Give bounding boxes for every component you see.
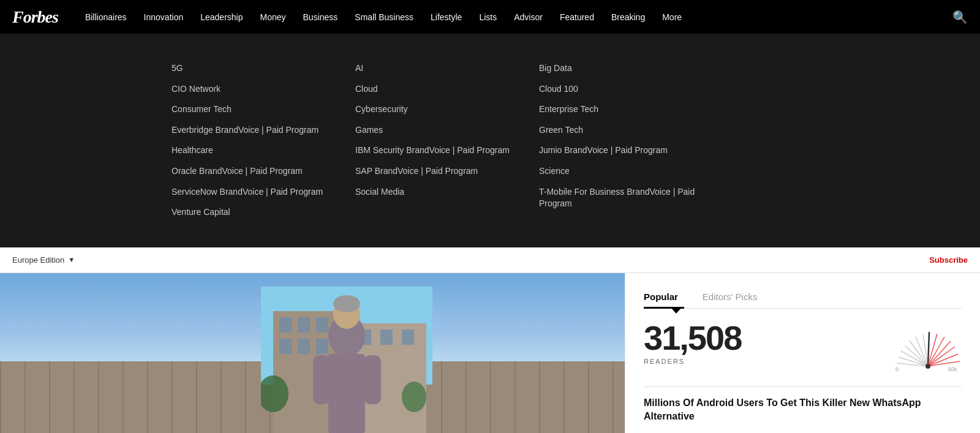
menu-item-ai[interactable]: AI bbox=[355, 58, 539, 79]
menu-item-cloud[interactable]: Cloud bbox=[355, 79, 539, 100]
svg-rect-7 bbox=[298, 339, 310, 354]
svg-rect-11 bbox=[402, 329, 414, 345]
svg-rect-3 bbox=[279, 317, 292, 333]
menu-item-social-media[interactable]: Social Media bbox=[355, 182, 539, 203]
menu-item-jumio[interactable]: Jumio BrandVoice | Paid Program bbox=[539, 140, 723, 161]
nav-item-business[interactable]: Business bbox=[295, 12, 347, 22]
nav-item-breaking[interactable]: Breaking bbox=[603, 12, 654, 22]
menu-item-enterprise-tech[interactable]: Enterprise Tech bbox=[539, 99, 723, 120]
nav-item-small-business[interactable]: Small Business bbox=[346, 12, 422, 22]
menu-item-cybersecurity[interactable]: Cybersecurity bbox=[355, 99, 539, 120]
gauge-lines bbox=[897, 333, 960, 366]
menu-item-cloud100[interactable]: Cloud 100 bbox=[539, 79, 723, 100]
tab-arrow-icon bbox=[671, 308, 681, 314]
nav-item-lifestyle[interactable]: Lifestyle bbox=[422, 12, 470, 22]
nav-item-featured[interactable]: Featured bbox=[551, 12, 603, 22]
nav-item-money[interactable]: Money bbox=[252, 12, 295, 22]
svg-rect-5 bbox=[316, 317, 328, 333]
reader-label: READERS bbox=[644, 358, 894, 365]
svg-rect-6 bbox=[279, 339, 292, 354]
nav-item-more[interactable]: More bbox=[654, 12, 690, 22]
hero-image bbox=[0, 273, 625, 433]
menu-item-servicenow[interactable]: ServiceNow BrandVoice | Paid Program bbox=[172, 182, 355, 203]
menu-item-tmobile[interactable]: T-Mobile For Business BrandVoice | Paid … bbox=[539, 182, 723, 214]
svg-line-29 bbox=[928, 337, 944, 366]
nav-item-lists[interactable]: Lists bbox=[470, 12, 505, 22]
count-area: 31,508 READERS bbox=[644, 321, 894, 377]
menu-item-games[interactable]: Games bbox=[355, 120, 539, 141]
menu-item-green-tech[interactable]: Green Tech bbox=[539, 120, 723, 141]
gauge-chart: 0 60k bbox=[894, 323, 962, 375]
main-content: Popular Editors' Picks 31,508 READERS bbox=[0, 273, 980, 433]
article-title[interactable]: Millions Of Android Users To Get This Ki… bbox=[644, 386, 962, 424]
tab-popular[interactable]: Popular bbox=[644, 285, 690, 308]
gauge-label-max: 60k bbox=[948, 366, 957, 372]
edition-label: Europe Edition bbox=[12, 255, 64, 265]
top-navigation: Forbes Billionaires Innovation Leadershi… bbox=[0, 0, 980, 34]
svg-rect-17 bbox=[313, 355, 330, 404]
svg-line-33 bbox=[928, 361, 960, 366]
gauge-label-min: 0 bbox=[895, 366, 899, 372]
menu-item-5g[interactable]: 5G bbox=[172, 58, 355, 79]
svg-rect-8 bbox=[316, 339, 328, 354]
svg-point-13 bbox=[402, 382, 426, 412]
menu-item-ibm[interactable]: IBM Security BrandVoice | Paid Program bbox=[355, 140, 539, 161]
mega-menu-col-3: Big Data Cloud 100 Enterprise Tech Green… bbox=[539, 58, 723, 223]
menu-item-science[interactable]: Science bbox=[539, 161, 723, 182]
svg-rect-18 bbox=[364, 355, 381, 404]
svg-rect-16 bbox=[328, 354, 365, 433]
menu-item-healthcare[interactable]: Healthcare bbox=[172, 140, 355, 161]
sidebar-tabs: Popular Editors' Picks bbox=[644, 285, 962, 309]
mega-menu-columns: 5G CIO Network Consumer Tech Everbridge … bbox=[172, 58, 723, 223]
menu-item-consumer-tech[interactable]: Consumer Tech bbox=[172, 99, 355, 120]
sub-bar: Europe Edition ▼ Subscribe bbox=[0, 247, 980, 273]
gauge-area: 31,508 READERS bbox=[644, 321, 962, 377]
mega-menu-col-1: 5G CIO Network Consumer Tech Everbridge … bbox=[172, 58, 355, 223]
svg-point-19 bbox=[333, 295, 360, 312]
nav-items-list: Billionaires Innovation Leadership Money… bbox=[77, 12, 952, 23]
mega-menu-dropdown: 5G CIO Network Consumer Tech Everbridge … bbox=[0, 34, 980, 247]
speedometer-svg: 0 60k bbox=[894, 323, 962, 372]
chevron-down-icon: ▼ bbox=[68, 256, 75, 263]
menu-item-cio-network[interactable]: CIO Network bbox=[172, 79, 355, 100]
nav-item-billionaires[interactable]: Billionaires bbox=[77, 12, 135, 22]
menu-item-sap[interactable]: SAP BrandVoice | Paid Program bbox=[355, 161, 539, 182]
reader-count: 31,508 bbox=[644, 321, 894, 355]
svg-rect-10 bbox=[380, 329, 393, 345]
menu-item-big-data[interactable]: Big Data bbox=[539, 58, 723, 79]
svg-rect-4 bbox=[298, 317, 310, 333]
sidebar-panel: Popular Editors' Picks 31,508 READERS bbox=[625, 273, 980, 433]
search-icon[interactable]: 🔍 bbox=[952, 10, 968, 24]
menu-item-venture-capital[interactable]: Venture Capital bbox=[172, 202, 355, 223]
nav-item-advisor[interactable]: Advisor bbox=[505, 12, 551, 22]
menu-item-everbridge[interactable]: Everbridge BrandVoice | Paid Program bbox=[172, 120, 355, 141]
mega-menu-col-2: AI Cloud Cybersecurity Games IBM Securit… bbox=[355, 58, 539, 223]
hero-person-svg bbox=[261, 287, 432, 433]
subscribe-link[interactable]: Subscribe bbox=[929, 255, 968, 265]
gauge-center-dot bbox=[925, 364, 930, 369]
nav-item-leadership[interactable]: Leadership bbox=[192, 12, 251, 22]
menu-item-oracle[interactable]: Oracle BrandVoice | Paid Program bbox=[172, 161, 355, 182]
svg-line-23 bbox=[905, 345, 928, 366]
edition-selector[interactable]: Europe Edition ▼ bbox=[12, 255, 75, 265]
forbes-logo[interactable]: Forbes bbox=[12, 7, 58, 27]
nav-item-innovation[interactable]: Innovation bbox=[135, 12, 192, 22]
tab-editors-picks[interactable]: Editors' Picks bbox=[690, 285, 770, 308]
